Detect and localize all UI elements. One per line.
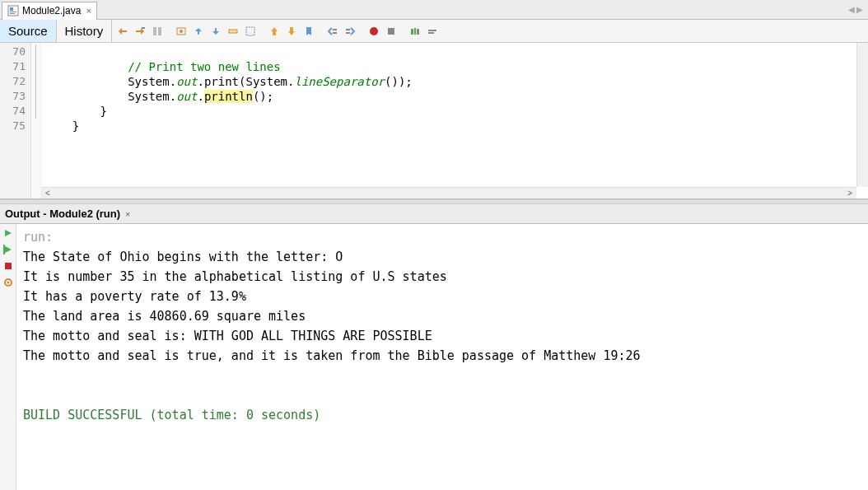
- line-number: 73: [0, 89, 26, 104]
- shift-left-icon[interactable]: [325, 24, 340, 39]
- editor-horizontal-scrollbar[interactable]: < >: [41, 187, 856, 198]
- editor-tab-bar: Module2.java × ◀ ▶: [0, 0, 868, 20]
- svg-rect-20: [388, 28, 394, 35]
- forward-edit-icon[interactable]: [133, 24, 147, 39]
- output-line: The motto and seal is: WITH GOD ALL THIN…: [23, 329, 432, 343]
- output-action-gutter: [0, 224, 16, 490]
- toggle-bookmark-icon[interactable]: [301, 24, 316, 39]
- java-file-icon: [7, 5, 19, 16]
- view-tab-source[interactable]: Source: [0, 20, 57, 42]
- svg-rect-17: [346, 29, 350, 30]
- fold-strip: [31, 43, 41, 198]
- output-run-label: run:: [23, 230, 53, 245]
- output-panel: run: The State of Ohio begins with the l…: [0, 224, 868, 490]
- svg-rect-11: [246, 27, 254, 35]
- output-title: Output - Module2 (run): [5, 208, 120, 220]
- toggle-highlight-icon[interactable]: [226, 24, 240, 39]
- rerun-alt-icon[interactable]: [2, 244, 14, 255]
- svg-rect-23: [417, 29, 419, 35]
- stop-output-icon[interactable]: [2, 260, 14, 272]
- toggle-rect-select-icon[interactable]: [243, 24, 258, 39]
- svg-rect-21: [411, 29, 413, 35]
- svg-rect-22: [414, 28, 416, 35]
- svg-rect-9: [229, 30, 237, 33]
- output-panel-header: Output - Module2 (run) ×: [0, 204, 868, 224]
- scroll-left-icon[interactable]: <: [41, 189, 54, 198]
- prev-bookmark-icon[interactable]: [267, 24, 282, 39]
- diff-icon[interactable]: [150, 24, 165, 39]
- output-line: The land area is 40860.69 square miles: [23, 309, 306, 324]
- settings-output-icon[interactable]: [2, 277, 14, 288]
- svg-rect-15: [333, 29, 337, 30]
- file-tab-label: Module2.java: [22, 5, 81, 16]
- last-edit-icon[interactable]: [115, 24, 130, 39]
- rerun-icon[interactable]: [2, 227, 14, 239]
- toolbar-icon-group: [112, 20, 440, 42]
- svg-point-29: [7, 282, 9, 284]
- output-line: It has a poverty rate of 13.9%: [23, 289, 246, 304]
- svg-rect-24: [428, 30, 436, 31]
- close-tab-icon[interactable]: ×: [86, 6, 91, 16]
- line-number: 71: [0, 59, 26, 74]
- find-next-icon[interactable]: [208, 24, 223, 39]
- view-tab-history[interactable]: History: [57, 20, 113, 42]
- svg-rect-25: [428, 32, 434, 34]
- line-number: 70: [0, 44, 26, 59]
- svg-rect-18: [346, 32, 350, 34]
- find-prev-icon[interactable]: [191, 24, 206, 39]
- output-text[interactable]: run: The State of Ohio begins with the l…: [16, 224, 647, 490]
- output-line: The State of Ohio begins with the letter…: [23, 250, 343, 264]
- file-tab-module2[interactable]: Module2.java ×: [2, 2, 97, 20]
- svg-rect-3: [10, 13, 15, 14]
- next-bookmark-icon[interactable]: [284, 24, 299, 39]
- svg-rect-4: [142, 27, 145, 29]
- shift-right-icon[interactable]: [343, 24, 357, 39]
- svg-rect-5: [153, 27, 156, 35]
- find-selection-icon[interactable]: [174, 24, 189, 39]
- comment-icon[interactable]: [408, 24, 422, 39]
- svg-rect-27: [5, 263, 12, 269]
- editor-vertical-scrollbar[interactable]: [856, 43, 868, 187]
- output-line: The motto and seal is true, and it is ta…: [23, 348, 641, 363]
- scroll-right-icon[interactable]: >: [843, 189, 856, 198]
- line-number: 75: [0, 119, 26, 133]
- svg-rect-1: [10, 7, 13, 11]
- code-editor[interactable]: 70 71 72 73 74 75 // Print two new lines…: [0, 43, 868, 199]
- line-number-gutter: 70 71 72 73 74 75: [0, 43, 31, 198]
- line-number: 72: [0, 74, 26, 89]
- editor-toolbar: Source History: [0, 20, 868, 43]
- svg-rect-12: [273, 31, 276, 35]
- svg-rect-16: [333, 32, 337, 34]
- output-build-status: BUILD SUCCESSFUL (total time: 0 seconds): [23, 408, 320, 422]
- nav-left-icon[interactable]: ◀: [848, 5, 855, 14]
- svg-rect-13: [290, 27, 293, 31]
- macro-record-icon[interactable]: [366, 24, 381, 39]
- svg-point-8: [180, 30, 183, 33]
- output-line: It is number 35 in the alphabetical list…: [23, 269, 447, 284]
- svg-rect-2: [10, 12, 16, 12]
- tab-nav-arrows: ◀ ▶: [848, 5, 863, 14]
- line-number: 74: [0, 104, 26, 119]
- macro-stop-icon[interactable]: [384, 24, 399, 39]
- svg-point-19: [370, 27, 378, 35]
- svg-rect-26: [3, 245, 5, 254]
- code-content[interactable]: // Print two new lines System.out.print(…: [41, 43, 868, 198]
- close-output-icon[interactable]: ×: [125, 209, 130, 219]
- svg-rect-6: [158, 27, 161, 35]
- uncomment-icon[interactable]: [425, 24, 440, 39]
- nav-right-icon[interactable]: ▶: [856, 5, 863, 14]
